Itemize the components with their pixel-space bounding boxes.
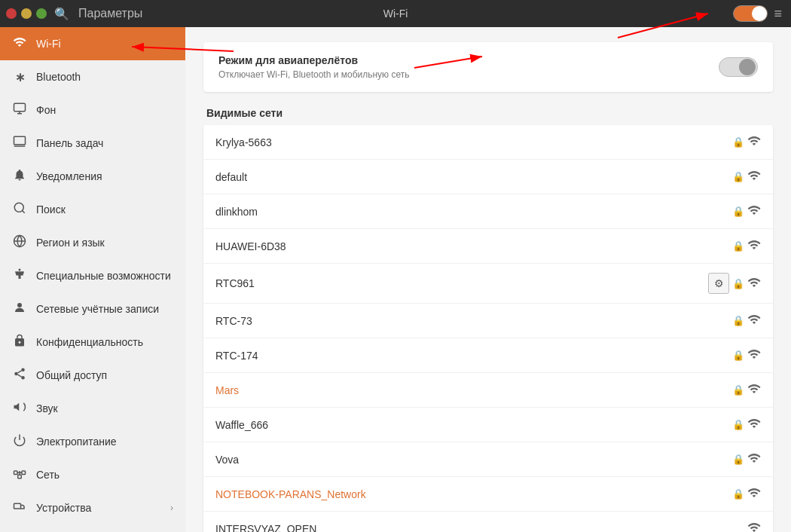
sidebar-item-background[interactable]: Фон [0,93,185,127]
network-icons: 🔒 [732,347,761,363]
sidebar-item-devices[interactable]: Устройства › [0,491,185,524]
sidebar-label-wifi: Wi-Fi [36,38,173,50]
sidebar-label-taskbar: Панель задач [36,137,173,149]
svg-line-10 [17,375,21,377]
sidebar-label-accessibility: Специальные возможности [36,270,173,282]
airplane-mode-card: Режим для авиаперелётов Отключает Wi-Fi,… [203,42,773,92]
sidebar-label-notifications: Уведомления [36,170,173,182]
svg-point-7 [21,368,25,372]
network-name: Mars [215,384,732,396]
lock-icon: 🔒 [732,240,744,252]
sidebar-item-bluetooth[interactable]: ∗ Bluetooth [0,60,185,93]
search-sidebar-icon [12,201,27,218]
network-item[interactable]: HUAWEI-6D38🔒 [203,229,773,264]
network-name: Waffle_666 [215,419,732,431]
minimize-button[interactable] [21,8,32,19]
gear-button[interactable]: ⚙ [708,273,729,294]
airplane-text: Режим для авиаперелётов Отключает Wi-Fi,… [218,54,409,80]
sidebar-item-wifi[interactable]: Wi-Fi [0,27,185,60]
network-item[interactable]: RTC961⚙🔒 [203,264,773,304]
maximize-button[interactable] [36,8,47,19]
network-name: Krylya-5663 [215,136,732,148]
sound-icon [12,400,27,417]
sidebar-item-sharing[interactable]: Общий доступ [0,359,185,392]
network-name: INTERSVYAZ_OPEN [215,523,747,533]
network-item[interactable]: default🔒 [203,160,773,194]
sidebar-label-power: Электропитание [36,436,173,448]
network-icons [747,521,761,532]
lock-icon: 🔒 [732,171,744,182]
network-item[interactable]: INTERSVYAZ_OPEN [203,512,773,532]
app-title: Параметры [78,7,142,20]
window-title: Wi-Fi [383,8,408,20]
wifi-signal-icon [747,134,761,150]
airplane-title: Режим для авиаперелётов [218,54,409,66]
window-controls [6,8,47,19]
svg-rect-14 [14,471,18,475]
networks-section-title: Видимые сети [203,107,773,119]
network-item[interactable]: RTC-174🔒 [203,338,773,373]
bluetooth-icon: ∗ [12,70,27,84]
power-icon [12,433,27,450]
network-item[interactable]: dlinkhom🔒 [203,194,773,229]
network-icons: 🔒 [732,451,761,467]
background-icon [12,102,27,118]
wifi-signal-icon [747,417,761,433]
network-item[interactable]: NOTEBOOK-PARANS_Network🔒 [203,477,773,512]
lock-icon: 🔒 [732,315,744,326]
network-item[interactable]: Waffle_666🔒 [203,408,773,442]
sidebar-item-power[interactable]: Электропитание [0,425,185,458]
network-icons: ⚙🔒 [708,273,761,294]
network-icon [12,466,27,483]
sidebar-item-sound[interactable]: Звук [0,392,185,425]
wifi-signal-icon [747,203,761,219]
sidebar-item-network[interactable]: Сеть [0,458,185,491]
lock-icon: 🔒 [732,419,744,430]
airplane-toggle-knob [739,59,756,75]
sidebar-label-search: Поиск [36,203,173,216]
wifi-signal-icon [747,347,761,363]
lock-icon: 🔒 [732,278,744,289]
menu-button[interactable]: ≡ [771,3,785,25]
network-name: default [215,171,732,183]
wifi-signal-icon [747,169,761,185]
sidebar-label-sound: Звук [36,402,173,414]
svg-point-8 [14,372,18,376]
sidebar-item-accounts[interactable]: Сетевые учётные записи [0,292,185,326]
airplane-toggle[interactable] [719,57,758,77]
lock-icon: 🔒 [732,136,744,148]
network-icons: 🔒 [732,486,761,502]
wifi-icon [12,35,27,52]
wifi-toggle[interactable] [733,5,768,22]
sidebar-item-search[interactable]: Поиск [0,193,185,226]
accounts-icon [12,301,27,317]
sidebar-label-accounts: Сетевые учётные записи [36,303,173,315]
network-icons: 🔒 [732,203,761,219]
lock-icon: 🔒 [732,454,744,465]
network-item[interactable]: RTC-73🔒 [203,304,773,338]
wifi-signal-icon [747,276,761,292]
network-item[interactable]: Krylya-5663🔒 [203,125,773,160]
svg-rect-2 [14,145,26,147]
airplane-subtitle: Отключает Wi-Fi, Bluetooth и мобильную с… [218,69,409,80]
sidebar-item-taskbar[interactable]: Панель задач [0,127,185,160]
close-button[interactable] [6,8,17,19]
region-icon [12,234,27,251]
network-item[interactable]: Mars🔒 [203,373,773,408]
network-name: HUAWEI-6D38 [215,240,732,252]
sidebar-item-about[interactable]: Сведения о системе › [0,524,185,532]
network-name: dlinkhom [215,206,732,218]
privacy-icon [12,334,27,350]
network-icons: 🔒 [732,313,761,329]
svg-point-9 [21,376,25,380]
sidebar-item-notifications[interactable]: Уведомления [0,160,185,193]
lock-icon: 🔒 [732,384,744,396]
devices-icon [12,500,27,516]
sidebar-item-privacy[interactable]: Конфиденциальность [0,326,185,359]
svg-rect-15 [22,471,26,475]
svg-rect-1 [14,136,26,145]
sidebar-item-region[interactable]: Регион и язык [0,226,185,259]
network-item[interactable]: Vova🔒 [203,442,773,477]
svg-rect-19 [14,503,21,509]
sidebar-item-accessibility[interactable]: Специальные возможности [0,259,185,292]
